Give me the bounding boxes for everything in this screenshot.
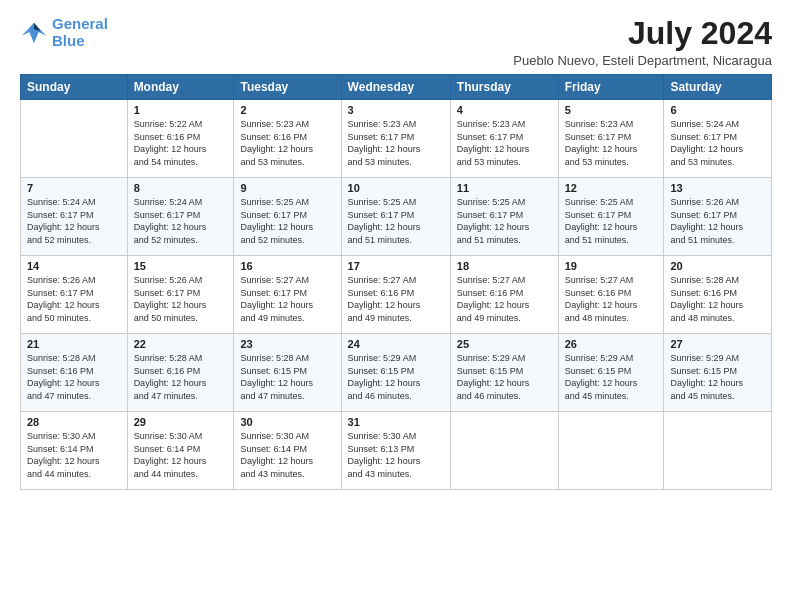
logo-line2: Blue bbox=[52, 32, 85, 49]
day-number: 22 bbox=[134, 338, 228, 350]
calendar-cell: 11Sunrise: 5:25 AM Sunset: 6:17 PM Dayli… bbox=[450, 178, 558, 256]
day-detail: Sunrise: 5:30 AM Sunset: 6:14 PM Dayligh… bbox=[134, 430, 228, 480]
calendar-cell: 15Sunrise: 5:26 AM Sunset: 6:17 PM Dayli… bbox=[127, 256, 234, 334]
calendar-week-row: 1Sunrise: 5:22 AM Sunset: 6:16 PM Daylig… bbox=[21, 100, 772, 178]
calendar-cell: 20Sunrise: 5:28 AM Sunset: 6:16 PM Dayli… bbox=[664, 256, 772, 334]
day-number: 23 bbox=[240, 338, 334, 350]
calendar-cell: 9Sunrise: 5:25 AM Sunset: 6:17 PM Daylig… bbox=[234, 178, 341, 256]
day-detail: Sunrise: 5:29 AM Sunset: 6:15 PM Dayligh… bbox=[565, 352, 658, 402]
calendar-cell: 26Sunrise: 5:29 AM Sunset: 6:15 PM Dayli… bbox=[558, 334, 664, 412]
calendar-cell: 4Sunrise: 5:23 AM Sunset: 6:17 PM Daylig… bbox=[450, 100, 558, 178]
calendar-cell: 30Sunrise: 5:30 AM Sunset: 6:14 PM Dayli… bbox=[234, 412, 341, 490]
day-detail: Sunrise: 5:24 AM Sunset: 6:17 PM Dayligh… bbox=[670, 118, 765, 168]
calendar-cell: 10Sunrise: 5:25 AM Sunset: 6:17 PM Dayli… bbox=[341, 178, 450, 256]
calendar-cell: 5Sunrise: 5:23 AM Sunset: 6:17 PM Daylig… bbox=[558, 100, 664, 178]
day-number: 3 bbox=[348, 104, 444, 116]
day-number: 29 bbox=[134, 416, 228, 428]
day-number: 2 bbox=[240, 104, 334, 116]
day-detail: Sunrise: 5:22 AM Sunset: 6:16 PM Dayligh… bbox=[134, 118, 228, 168]
day-detail: Sunrise: 5:27 AM Sunset: 6:16 PM Dayligh… bbox=[348, 274, 444, 324]
calendar-cell: 29Sunrise: 5:30 AM Sunset: 6:14 PM Dayli… bbox=[127, 412, 234, 490]
day-detail: Sunrise: 5:27 AM Sunset: 6:16 PM Dayligh… bbox=[457, 274, 552, 324]
day-number: 8 bbox=[134, 182, 228, 194]
weekday-header: Wednesday bbox=[341, 75, 450, 100]
day-number: 5 bbox=[565, 104, 658, 116]
day-number: 20 bbox=[670, 260, 765, 272]
calendar-cell: 12Sunrise: 5:25 AM Sunset: 6:17 PM Dayli… bbox=[558, 178, 664, 256]
calendar-week-row: 21Sunrise: 5:28 AM Sunset: 6:16 PM Dayli… bbox=[21, 334, 772, 412]
weekday-header: Monday bbox=[127, 75, 234, 100]
day-number: 26 bbox=[565, 338, 658, 350]
day-detail: Sunrise: 5:30 AM Sunset: 6:13 PM Dayligh… bbox=[348, 430, 444, 480]
day-detail: Sunrise: 5:25 AM Sunset: 6:17 PM Dayligh… bbox=[348, 196, 444, 246]
calendar-cell: 19Sunrise: 5:27 AM Sunset: 6:16 PM Dayli… bbox=[558, 256, 664, 334]
location: Pueblo Nuevo, Esteli Department, Nicarag… bbox=[513, 53, 772, 68]
day-number: 14 bbox=[27, 260, 121, 272]
calendar-cell: 22Sunrise: 5:28 AM Sunset: 6:16 PM Dayli… bbox=[127, 334, 234, 412]
day-number: 31 bbox=[348, 416, 444, 428]
day-detail: Sunrise: 5:23 AM Sunset: 6:17 PM Dayligh… bbox=[348, 118, 444, 168]
day-number: 18 bbox=[457, 260, 552, 272]
day-number: 15 bbox=[134, 260, 228, 272]
day-detail: Sunrise: 5:25 AM Sunset: 6:17 PM Dayligh… bbox=[565, 196, 658, 246]
day-number: 7 bbox=[27, 182, 121, 194]
month-year: July 2024 bbox=[513, 16, 772, 51]
day-number: 17 bbox=[348, 260, 444, 272]
day-number: 30 bbox=[240, 416, 334, 428]
calendar-cell: 13Sunrise: 5:26 AM Sunset: 6:17 PM Dayli… bbox=[664, 178, 772, 256]
logo: General Blue bbox=[20, 16, 108, 49]
day-detail: Sunrise: 5:25 AM Sunset: 6:17 PM Dayligh… bbox=[240, 196, 334, 246]
calendar-cell: 16Sunrise: 5:27 AM Sunset: 6:17 PM Dayli… bbox=[234, 256, 341, 334]
day-number: 4 bbox=[457, 104, 552, 116]
day-number: 12 bbox=[565, 182, 658, 194]
day-detail: Sunrise: 5:29 AM Sunset: 6:15 PM Dayligh… bbox=[670, 352, 765, 402]
day-number: 10 bbox=[348, 182, 444, 194]
day-number: 24 bbox=[348, 338, 444, 350]
weekday-header-row: SundayMondayTuesdayWednesdayThursdayFrid… bbox=[21, 75, 772, 100]
calendar-cell: 1Sunrise: 5:22 AM Sunset: 6:16 PM Daylig… bbox=[127, 100, 234, 178]
weekday-header: Tuesday bbox=[234, 75, 341, 100]
calendar-week-row: 28Sunrise: 5:30 AM Sunset: 6:14 PM Dayli… bbox=[21, 412, 772, 490]
day-detail: Sunrise: 5:28 AM Sunset: 6:15 PM Dayligh… bbox=[240, 352, 334, 402]
calendar-cell bbox=[21, 100, 128, 178]
page: General Blue July 2024 Pueblo Nuevo, Est… bbox=[0, 0, 792, 612]
day-number: 11 bbox=[457, 182, 552, 194]
day-detail: Sunrise: 5:23 AM Sunset: 6:16 PM Dayligh… bbox=[240, 118, 334, 168]
day-number: 16 bbox=[240, 260, 334, 272]
day-number: 21 bbox=[27, 338, 121, 350]
weekday-header: Thursday bbox=[450, 75, 558, 100]
day-detail: Sunrise: 5:23 AM Sunset: 6:17 PM Dayligh… bbox=[565, 118, 658, 168]
day-number: 9 bbox=[240, 182, 334, 194]
day-number: 28 bbox=[27, 416, 121, 428]
day-detail: Sunrise: 5:29 AM Sunset: 6:15 PM Dayligh… bbox=[457, 352, 552, 402]
calendar-cell: 28Sunrise: 5:30 AM Sunset: 6:14 PM Dayli… bbox=[21, 412, 128, 490]
calendar-week-row: 7Sunrise: 5:24 AM Sunset: 6:17 PM Daylig… bbox=[21, 178, 772, 256]
calendar-cell: 25Sunrise: 5:29 AM Sunset: 6:15 PM Dayli… bbox=[450, 334, 558, 412]
calendar-cell: 24Sunrise: 5:29 AM Sunset: 6:15 PM Dayli… bbox=[341, 334, 450, 412]
day-detail: Sunrise: 5:23 AM Sunset: 6:17 PM Dayligh… bbox=[457, 118, 552, 168]
calendar-cell: 2Sunrise: 5:23 AM Sunset: 6:16 PM Daylig… bbox=[234, 100, 341, 178]
day-detail: Sunrise: 5:29 AM Sunset: 6:15 PM Dayligh… bbox=[348, 352, 444, 402]
day-detail: Sunrise: 5:24 AM Sunset: 6:17 PM Dayligh… bbox=[27, 196, 121, 246]
day-detail: Sunrise: 5:30 AM Sunset: 6:14 PM Dayligh… bbox=[240, 430, 334, 480]
day-number: 25 bbox=[457, 338, 552, 350]
logo-icon bbox=[20, 19, 48, 47]
calendar-cell bbox=[558, 412, 664, 490]
weekday-header: Friday bbox=[558, 75, 664, 100]
calendar-cell: 27Sunrise: 5:29 AM Sunset: 6:15 PM Dayli… bbox=[664, 334, 772, 412]
day-number: 1 bbox=[134, 104, 228, 116]
header: General Blue July 2024 Pueblo Nuevo, Est… bbox=[20, 16, 772, 68]
calendar-cell: 23Sunrise: 5:28 AM Sunset: 6:15 PM Dayli… bbox=[234, 334, 341, 412]
day-number: 13 bbox=[670, 182, 765, 194]
calendar-cell: 8Sunrise: 5:24 AM Sunset: 6:17 PM Daylig… bbox=[127, 178, 234, 256]
day-detail: Sunrise: 5:26 AM Sunset: 6:17 PM Dayligh… bbox=[670, 196, 765, 246]
logo-line1: General bbox=[52, 15, 108, 32]
day-detail: Sunrise: 5:26 AM Sunset: 6:17 PM Dayligh… bbox=[27, 274, 121, 324]
day-number: 6 bbox=[670, 104, 765, 116]
day-detail: Sunrise: 5:27 AM Sunset: 6:17 PM Dayligh… bbox=[240, 274, 334, 324]
day-detail: Sunrise: 5:24 AM Sunset: 6:17 PM Dayligh… bbox=[134, 196, 228, 246]
calendar-cell: 3Sunrise: 5:23 AM Sunset: 6:17 PM Daylig… bbox=[341, 100, 450, 178]
day-detail: Sunrise: 5:28 AM Sunset: 6:16 PM Dayligh… bbox=[134, 352, 228, 402]
calendar-week-row: 14Sunrise: 5:26 AM Sunset: 6:17 PM Dayli… bbox=[21, 256, 772, 334]
day-number: 19 bbox=[565, 260, 658, 272]
